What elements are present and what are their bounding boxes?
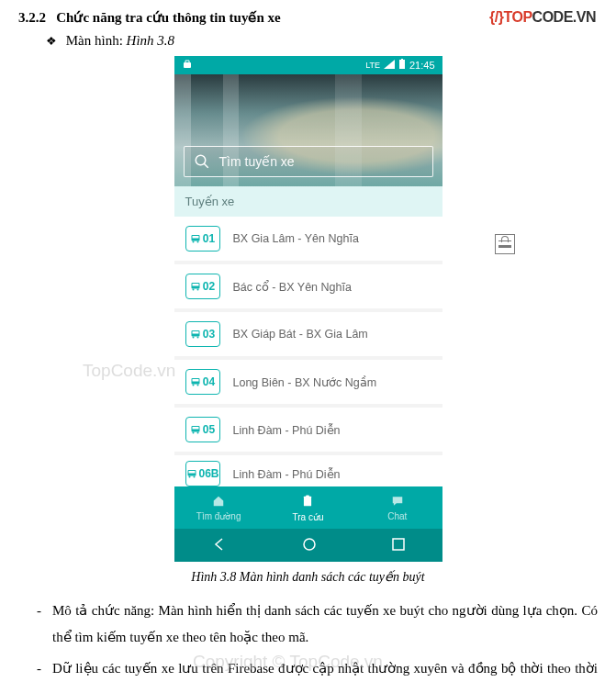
bus-icon	[190, 231, 201, 247]
svg-rect-10	[192, 284, 198, 286]
dash-bullet: -	[37, 655, 41, 682]
svg-rect-29	[304, 496, 311, 506]
route-badge: 01	[185, 226, 220, 252]
battery-icon	[398, 59, 406, 72]
route-number: 04	[203, 375, 215, 388]
clipboard-icon	[301, 494, 314, 511]
tab-chat[interactable]: Chat	[353, 486, 442, 529]
svg-point-8	[196, 240, 198, 242]
bus-icon	[190, 422, 201, 438]
tab-clipboard[interactable]: Tra cứu	[263, 486, 353, 529]
route-list: 01BX Gia Lâm - Yên Nghĩa02Bác cổ - BX Yê…	[174, 217, 442, 486]
svg-point-16	[196, 336, 198, 338]
route-name: BX Giáp Bát - BX Gia Lâm	[233, 328, 368, 341]
route-number: 02	[203, 280, 215, 293]
svg-point-24	[196, 431, 198, 433]
nav-recent-icon[interactable]	[392, 538, 405, 553]
dash-bullet: -	[37, 598, 41, 650]
status-bar: LTE 21:45	[174, 56, 442, 74]
svg-point-27	[188, 475, 190, 477]
search-icon	[194, 153, 210, 170]
tab-label: Chat	[387, 511, 407, 521]
diamond-bullet-icon: ❖	[46, 34, 57, 48]
chat-icon	[390, 495, 405, 510]
bus-icon	[190, 375, 201, 390]
route-number: 01	[203, 232, 215, 245]
description-item: -Mô tả chức năng: Màn hình hiển thị danh…	[55, 598, 598, 650]
section-title: Chức năng tra cứu thông tin tuyến xe	[56, 10, 280, 25]
bus-icon	[190, 279, 201, 295]
description-text: Mô tả chức năng: Màn hình hiển thị danh …	[52, 598, 598, 650]
route-badge: 05	[185, 417, 220, 442]
tab-label: Tra cứu	[293, 512, 324, 522]
section-number: 3.2.2	[18, 10, 46, 25]
svg-rect-18	[192, 379, 198, 382]
hero-image: Tìm tuyến xe	[174, 74, 442, 186]
route-row[interactable]: 06BLinh Đàm - Phú Diễn	[174, 455, 442, 486]
route-number: 05	[203, 423, 215, 436]
subline: ❖ Màn hình: Hình 3.8	[46, 33, 598, 49]
svg-point-23	[192, 431, 194, 433]
route-badge: 04	[185, 369, 220, 395]
route-name: Bác cổ - BX Yên Nghĩa	[233, 280, 352, 294]
svg-rect-30	[307, 495, 310, 497]
svg-point-19	[192, 384, 194, 386]
logo-top: TOP	[503, 9, 532, 25]
route-number: 06B	[199, 467, 219, 480]
bottom-tabbar: Tìm đườngTra cứuChat	[174, 486, 442, 529]
svg-point-31	[304, 539, 315, 550]
route-row[interactable]: 03BX Giáp Bát - BX Gia Lâm	[174, 312, 442, 360]
route-number: 03	[203, 328, 215, 341]
bus-icon	[190, 327, 201, 342]
route-row[interactable]: 02Bác cổ - BX Yên Nghĩa	[174, 264, 442, 312]
route-row[interactable]: 05Linh Đàm - Phú Diễn	[174, 408, 442, 455]
route-name: Long Biên - BX Nước Ngầm	[233, 375, 377, 389]
nav-home-icon[interactable]	[302, 537, 317, 554]
route-badge: 06B	[185, 461, 220, 486]
svg-rect-22	[192, 427, 198, 430]
route-badge: 02	[185, 274, 220, 299]
route-name: BX Gia Lâm - Yên Nghĩa	[233, 232, 359, 245]
route-badge: 03	[185, 321, 220, 347]
watermark-topcode: TopCode.vn	[83, 361, 175, 381]
bus-icon	[186, 466, 197, 482]
logo-code: CODE	[532, 9, 573, 25]
topcode-logo: {/}TOPCODE.VN	[489, 9, 596, 26]
svg-point-28	[193, 475, 195, 477]
route-name: Linh Đàm - Phú Diễn	[233, 467, 341, 481]
svg-rect-32	[393, 539, 404, 550]
status-app-icon	[182, 59, 193, 72]
status-time: 21:45	[409, 60, 435, 71]
app-screenshot: LTE 21:45 Tìm tuyến xe Tuyến xe 01BX Gia…	[174, 56, 442, 562]
description-text: Dữ liệu các tuyến xe lưu trên Firebase đ…	[52, 655, 598, 682]
search-placeholder: Tìm tuyến xe	[219, 154, 295, 169]
subline-prefix: Màn hình:	[66, 33, 123, 48]
description-item: -Dữ liệu các tuyến xe lưu trên Firebase …	[55, 655, 598, 682]
figure-caption: Hình 3.8 Màn hình danh sách các tuyến bu…	[18, 569, 598, 585]
route-row[interactable]: 01BX Gia Lâm - Yên Nghĩa	[174, 217, 442, 264]
status-lte: LTE	[365, 61, 380, 70]
image-placeholder-icon	[495, 234, 515, 254]
svg-point-12	[196, 288, 198, 290]
search-bar[interactable]: Tìm tuyến xe	[184, 146, 433, 177]
logo-vn: .VN	[573, 9, 596, 25]
subline-figure: Hình 3.8	[127, 33, 175, 48]
list-section-title: Tuyến xe	[174, 186, 442, 217]
nav-back-icon[interactable]	[212, 537, 227, 554]
svg-rect-2	[401, 59, 403, 60]
home-icon	[211, 495, 226, 510]
android-navbar	[174, 529, 442, 562]
svg-rect-14	[192, 331, 198, 334]
svg-rect-1	[399, 60, 405, 69]
svg-point-3	[196, 155, 206, 165]
tab-label: Tìm đường	[196, 511, 241, 521]
tab-home[interactable]: Tìm đường	[174, 486, 263, 529]
svg-point-11	[192, 288, 194, 290]
svg-line-4	[204, 163, 208, 168]
route-row[interactable]: 04Long Biên - BX Nước Ngầm	[174, 360, 442, 408]
logo-bracket-icon: {/}	[489, 9, 503, 25]
description-list: -Mô tả chức năng: Màn hình hiển thị danh…	[55, 598, 598, 682]
svg-point-20	[196, 384, 198, 386]
svg-point-7	[192, 240, 194, 242]
svg-rect-26	[188, 471, 195, 474]
